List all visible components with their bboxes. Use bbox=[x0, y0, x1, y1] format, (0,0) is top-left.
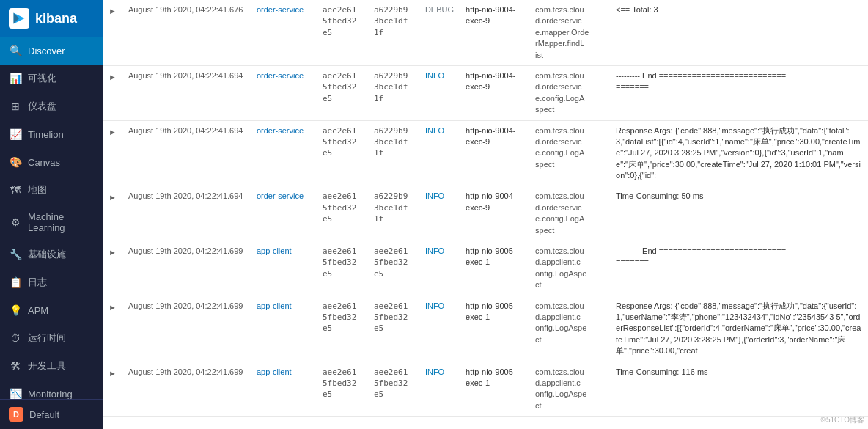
sidebar-item-infra-label: 基础设施 bbox=[28, 248, 66, 261]
row-thread: http-nio-9004-exec-9 bbox=[460, 120, 529, 186]
row-service: order-service bbox=[251, 65, 317, 120]
row-expand-toggle[interactable]: ► bbox=[103, 0, 122, 65]
row-timestamp: August 19th 2020, 04:22:41.699 bbox=[122, 241, 251, 296]
row-service: app-client bbox=[251, 362, 317, 417]
row-message: --------- End ==========================… bbox=[610, 65, 868, 120]
row-timestamp: August 19th 2020, 04:22:41.694 bbox=[122, 120, 251, 186]
row-timestamp: August 19th 2020, 04:22:41.699 bbox=[122, 296, 251, 362]
sidebar-item-timelion[interactable]: 📈 Timelion bbox=[0, 120, 103, 148]
dashboard-icon: ⊞ bbox=[9, 100, 22, 113]
row-level: INFO bbox=[419, 120, 460, 186]
row-thread: http-nio-9005-exec-1 bbox=[460, 296, 529, 362]
row-logger: com.tczs.cloud.orderservice.config.LogAs… bbox=[529, 120, 610, 186]
row-level: INFO bbox=[419, 296, 460, 362]
row-timestamp: August 19th 2020, 04:22:41.676 bbox=[122, 0, 251, 65]
table-row[interactable]: ► August 19th 2020, 04:22:41.699 app-cli… bbox=[103, 241, 868, 296]
uptime-icon: ⏱ bbox=[9, 331, 22, 345]
row-thread: http-nio-9005-exec-1 bbox=[460, 241, 529, 296]
sidebar-navigation: 🔍 Discover 📊 可视化 ⊞ 仪表盘 📈 Timelion 🎨 Canv… bbox=[0, 37, 103, 399]
row-level: INFO bbox=[419, 241, 460, 296]
default-badge: D bbox=[9, 407, 23, 422]
row-expand-toggle[interactable]: ► bbox=[103, 296, 122, 362]
row-hash2: a6229b93bce1df1f bbox=[368, 186, 419, 241]
row-hash2: aee2e615fbed32e5 bbox=[368, 241, 419, 296]
sidebar-item-dashboard-label: 仪表盘 bbox=[28, 100, 56, 113]
row-logger: com.tczs.cloud.appclient.config.LogAspec… bbox=[529, 362, 610, 417]
log-table[interactable]: ► August 19th 2020, 04:22:41.676 order-s… bbox=[103, 0, 868, 429]
sidebar-item-discover-label: Discover bbox=[28, 45, 65, 56]
sidebar-item-ml[interactable]: ⚙ Machine Learning bbox=[0, 204, 103, 241]
row-hash1: aee2e615fbed32e5 bbox=[317, 296, 368, 362]
sidebar-item-default[interactable]: D Default bbox=[0, 400, 103, 429]
monitoring-icon: 📉 bbox=[9, 387, 22, 399]
discover-icon: 🔍 bbox=[9, 44, 22, 57]
timelion-icon: 📈 bbox=[9, 128, 22, 141]
row-level: INFO bbox=[419, 362, 460, 417]
table-row[interactable]: ► August 19th 2020, 04:22:41.699 app-cli… bbox=[103, 362, 868, 417]
row-hash1: aee2e615fbed32e5 bbox=[317, 186, 368, 241]
row-expand-toggle[interactable]: ► bbox=[103, 362, 122, 417]
sidebar-item-maps-label: 地图 bbox=[28, 183, 47, 197]
ml-icon: ⚙ bbox=[9, 216, 22, 229]
watermark: ©51CTO博客 bbox=[821, 415, 864, 425]
main-content: ► August 19th 2020, 04:22:41.676 order-s… bbox=[103, 0, 868, 429]
sidebar-item-logs[interactable]: 📋 日志 bbox=[0, 268, 103, 296]
row-expand-toggle[interactable]: ► bbox=[103, 241, 122, 296]
sidebar-item-canvas[interactable]: 🎨 Canvas bbox=[0, 148, 103, 176]
row-logger: com.tczs.cloud.orderservice.config.LogAs… bbox=[529, 186, 610, 241]
sidebar-item-maps[interactable]: 🗺 地图 bbox=[0, 176, 103, 204]
row-hash2: a6229b93bce1df1f bbox=[368, 120, 419, 186]
sidebar-item-uptime[interactable]: ⏱ 运行时间 bbox=[0, 324, 103, 352]
table-row[interactable]: ► August 19th 2020, 04:22:41.694 order-s… bbox=[103, 120, 868, 186]
row-message: --------- End ==========================… bbox=[610, 241, 868, 296]
table-row[interactable]: ► August 19th 2020, 04:22:41.694 order-s… bbox=[103, 186, 868, 241]
row-timestamp: August 19th 2020, 04:22:41.694 bbox=[122, 65, 251, 120]
row-timestamp: August 19th 2020, 04:22:41.694 bbox=[122, 186, 251, 241]
row-thread: http-nio-9004-exec-9 bbox=[460, 65, 529, 120]
sidebar-item-devtools-label: 开发工具 bbox=[28, 359, 66, 373]
row-thread: http-nio-9005-exec-1 bbox=[460, 362, 529, 417]
row-service: app-client bbox=[251, 241, 317, 296]
infra-icon: 🔧 bbox=[9, 248, 22, 261]
row-expand-toggle[interactable]: ► bbox=[103, 186, 122, 241]
logo-text: kibana bbox=[35, 11, 77, 26]
kibana-logo-icon bbox=[9, 8, 29, 29]
row-logger: com.tczs.cloud.appclient.config.LogAspec… bbox=[529, 296, 610, 362]
row-service: order-service bbox=[251, 186, 317, 241]
row-message: Time-Consuming: 50 ms bbox=[610, 186, 868, 241]
row-service: order-service bbox=[251, 120, 317, 186]
sidebar-item-dashboard[interactable]: ⊞ 仪表盘 bbox=[0, 92, 103, 120]
sidebar-item-discover[interactable]: 🔍 Discover bbox=[0, 37, 103, 65]
sidebar-item-apm[interactable]: 💡 APM bbox=[0, 296, 103, 324]
sidebar-item-infra[interactable]: 🔧 基础设施 bbox=[0, 241, 103, 268]
devtools-icon: 🛠 bbox=[9, 359, 22, 373]
row-hash2: aee2e615fbed32e5 bbox=[368, 362, 419, 417]
maps-icon: 🗺 bbox=[9, 183, 22, 197]
sidebar-item-monitoring-label: Monitoring bbox=[28, 389, 73, 400]
row-logger: com.tczs.cloud.appclient.config.LogAspec… bbox=[529, 241, 610, 296]
sidebar-item-visualize[interactable]: 📊 可视化 bbox=[0, 65, 103, 92]
row-hash1: aee2e615fbed32e5 bbox=[317, 65, 368, 120]
sidebar-item-apm-label: APM bbox=[28, 305, 48, 316]
row-service: app-client bbox=[251, 296, 317, 362]
table-row[interactable]: ► August 19th 2020, 04:22:41.676 order-s… bbox=[103, 0, 868, 65]
row-service: order-service bbox=[251, 0, 317, 65]
row-expand-toggle[interactable]: ► bbox=[103, 65, 122, 120]
sidebar-item-devtools[interactable]: 🛠 开发工具 bbox=[0, 352, 103, 380]
sidebar-bottom: D Default bbox=[0, 399, 103, 429]
logo[interactable]: kibana bbox=[0, 0, 103, 37]
logs-icon: 📋 bbox=[9, 276, 22, 289]
table-row[interactable]: ► August 19th 2020, 04:22:41.699 app-cli… bbox=[103, 296, 868, 362]
row-level: INFO bbox=[419, 65, 460, 120]
row-hash2: a6229b93bce1df1f bbox=[368, 0, 419, 65]
row-expand-toggle[interactable]: ► bbox=[103, 120, 122, 186]
sidebar-item-logs-label: 日志 bbox=[28, 276, 47, 289]
table-row[interactable]: ► August 19th 2020, 04:22:41.694 order-s… bbox=[103, 65, 868, 120]
sidebar-item-uptime-label: 运行时间 bbox=[28, 331, 66, 345]
sidebar-item-monitoring[interactable]: 📉 Monitoring bbox=[0, 380, 103, 399]
row-logger: com.tczs.cloud.orderservice.mapper.Order… bbox=[529, 0, 610, 65]
row-timestamp: August 19th 2020, 04:22:41.699 bbox=[122, 362, 251, 417]
sidebar-item-timelion-label: Timelion bbox=[28, 129, 64, 140]
row-hash1: aee2e615fbed32e5 bbox=[317, 0, 368, 65]
sidebar: kibana 🔍 Discover 📊 可视化 ⊞ 仪表盘 📈 Timelion… bbox=[0, 0, 103, 429]
